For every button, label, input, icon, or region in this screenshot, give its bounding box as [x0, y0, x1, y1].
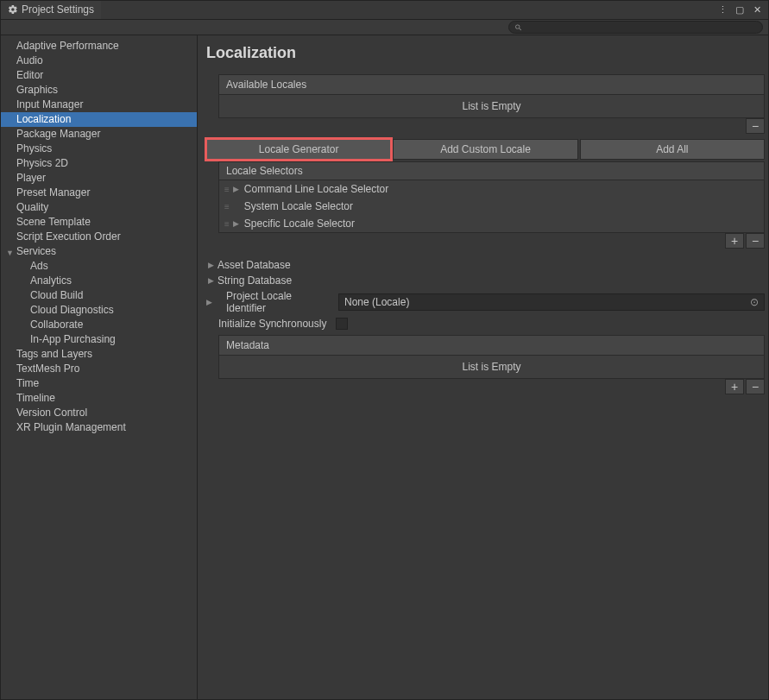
selectors-remove-button[interactable]: − [746, 233, 765, 249]
sidebar-item-player[interactable]: Player [1, 171, 197, 186]
metadata-add-button[interactable]: + [725, 379, 744, 394]
sidebar-item-script-execution-order[interactable]: Script Execution Order [1, 230, 197, 244]
available-locales-remove-button[interactable]: − [746, 118, 765, 134]
sidebar-item-cloud-diagnostics[interactable]: Cloud Diagnostics [1, 303, 197, 318]
sidebar-item-textmesh-pro[interactable]: TextMesh Pro [1, 362, 197, 376]
sidebar-item-graphics[interactable]: Graphics [1, 83, 197, 98]
sidebar-item-scene-template[interactable]: Scene Template [1, 215, 197, 230]
chevron-right-icon[interactable]: ▶ [206, 298, 212, 306]
metadata-list: List is Empty [218, 356, 765, 379]
sidebar-item-cloud-build[interactable]: Cloud Build [1, 288, 197, 303]
sidebar-item-quality[interactable]: Quality [1, 200, 197, 215]
selectors-add-button[interactable]: + [725, 233, 744, 249]
sidebar-item-tags-and-layers[interactable]: Tags and Layers [1, 347, 197, 362]
sidebar-item-in-app-purchasing[interactable]: In-App Purchasing [1, 332, 197, 347]
project-locale-identifier-field[interactable]: None (Locale) ⊙ [338, 293, 765, 311]
metadata-remove-button[interactable]: − [746, 379, 765, 394]
main-panel: Localization Available Locales List is E… [198, 35, 768, 699]
sidebar-item-editor[interactable]: Editor [1, 68, 197, 83]
selector-command-line[interactable]: ≡ ▶ Command Line Locale Selector [218, 180, 765, 198]
sidebar-item-package-manager[interactable]: Package Manager [1, 127, 197, 142]
string-database-foldout[interactable]: ▶ String Database [206, 273, 765, 288]
maximize-icon[interactable]: ▢ [734, 4, 746, 16]
titlebar: Project Settings ⋮ ▢ ✕ [1, 1, 768, 20]
sidebar-item-timeline[interactable]: Timeline [1, 391, 197, 406]
search-icon [514, 23, 523, 32]
add-all-button[interactable]: Add All [580, 139, 765, 160]
menu-icon[interactable]: ⋮ [716, 4, 728, 16]
sidebar-item-audio[interactable]: Audio [1, 54, 197, 68]
search-input[interactable] [508, 21, 763, 34]
sidebar: Adaptive Performance Audio Editor Graphi… [1, 35, 198, 699]
window-title: Project Settings [22, 3, 94, 16]
sidebar-item-physics-2d[interactable]: Physics 2D [1, 156, 197, 171]
chevron-down-icon: ▼ [6, 247, 14, 260]
sidebar-item-analytics[interactable]: Analytics [1, 274, 197, 288]
selector-system-locale[interactable]: ≡ ▶ System Locale Selector [218, 198, 765, 215]
page-title: Localization [206, 44, 765, 62]
window-tab[interactable]: Project Settings [1, 1, 101, 20]
chevron-right-icon: ▶ [208, 276, 214, 285]
locale-generator-button[interactable]: Locale Generator [206, 139, 391, 160]
chevron-right-icon[interactable]: ▶ [233, 185, 239, 193]
drag-handle-icon[interactable]: ≡ [224, 202, 228, 211]
asset-database-foldout[interactable]: ▶ Asset Database [206, 257, 765, 273]
search-row [1, 20, 768, 35]
sidebar-item-xr-plugin-management[interactable]: XR Plugin Management [1, 420, 197, 435]
sidebar-item-input-manager[interactable]: Input Manager [1, 98, 197, 112]
gear-icon [8, 4, 18, 15]
drag-handle-icon[interactable]: ≡ [224, 219, 228, 229]
selector-specific-locale[interactable]: ≡ ▶ Specific Locale Selector [218, 215, 765, 233]
object-picker-icon[interactable]: ⊙ [750, 296, 759, 308]
search-field[interactable] [526, 22, 757, 33]
project-locale-identifier-label: Project Locale Identifier [217, 290, 333, 314]
locale-selectors-header: Locale Selectors [218, 161, 765, 180]
sidebar-item-ads[interactable]: Ads [1, 259, 197, 274]
metadata-header: Metadata [218, 335, 765, 356]
sidebar-item-collaborate[interactable]: Collaborate [1, 318, 197, 332]
available-locales-header: Available Locales [218, 74, 765, 95]
initialize-synchronously-label: Initialize Synchronously [210, 318, 331, 330]
available-locales-list: List is Empty [218, 95, 765, 118]
sidebar-item-services[interactable]: ▼Services [1, 244, 197, 259]
initialize-synchronously-checkbox[interactable] [336, 318, 348, 330]
sidebar-item-localization[interactable]: Localization [1, 112, 197, 127]
sidebar-item-version-control[interactable]: Version Control [1, 406, 197, 420]
sidebar-item-adaptive-performance[interactable]: Adaptive Performance [1, 39, 197, 54]
chevron-right-icon[interactable]: ▶ [233, 219, 239, 228]
add-custom-locale-button[interactable]: Add Custom Locale [393, 139, 577, 160]
sidebar-item-physics[interactable]: Physics [1, 142, 197, 156]
sidebar-item-time[interactable]: Time [1, 376, 197, 391]
drag-handle-icon[interactable]: ≡ [224, 185, 228, 194]
close-icon[interactable]: ✕ [751, 4, 763, 16]
sidebar-item-preset-manager[interactable]: Preset Manager [1, 186, 197, 200]
chevron-right-icon: ▶ [208, 261, 214, 269]
